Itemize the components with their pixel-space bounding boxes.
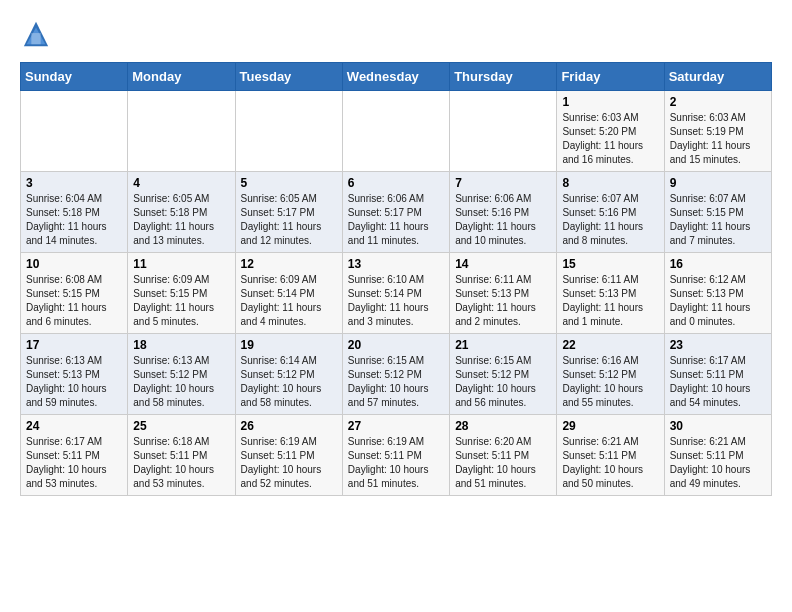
day-info: Sunrise: 6:05 AM Sunset: 5:17 PM Dayligh… (241, 192, 337, 248)
day-number: 6 (348, 176, 444, 190)
calendar-cell (128, 91, 235, 172)
calendar-cell: 22Sunrise: 6:16 AM Sunset: 5:12 PM Dayli… (557, 334, 664, 415)
calendar-table: SundayMondayTuesdayWednesdayThursdayFrid… (20, 62, 772, 496)
day-number: 5 (241, 176, 337, 190)
calendar-cell: 30Sunrise: 6:21 AM Sunset: 5:11 PM Dayli… (664, 415, 771, 496)
day-info: Sunrise: 6:17 AM Sunset: 5:11 PM Dayligh… (26, 435, 122, 491)
calendar-cell: 20Sunrise: 6:15 AM Sunset: 5:12 PM Dayli… (342, 334, 449, 415)
calendar-cell (235, 91, 342, 172)
calendar-cell: 24Sunrise: 6:17 AM Sunset: 5:11 PM Dayli… (21, 415, 128, 496)
calendar-cell: 6Sunrise: 6:06 AM Sunset: 5:17 PM Daylig… (342, 172, 449, 253)
svg-rect-2 (31, 33, 40, 44)
calendar-cell: 11Sunrise: 6:09 AM Sunset: 5:15 PM Dayli… (128, 253, 235, 334)
col-header-tuesday: Tuesday (235, 63, 342, 91)
calendar-cell: 7Sunrise: 6:06 AM Sunset: 5:16 PM Daylig… (450, 172, 557, 253)
day-number: 7 (455, 176, 551, 190)
col-header-thursday: Thursday (450, 63, 557, 91)
calendar-cell: 25Sunrise: 6:18 AM Sunset: 5:11 PM Dayli… (128, 415, 235, 496)
day-number: 30 (670, 419, 766, 433)
day-info: Sunrise: 6:19 AM Sunset: 5:11 PM Dayligh… (348, 435, 444, 491)
day-info: Sunrise: 6:17 AM Sunset: 5:11 PM Dayligh… (670, 354, 766, 410)
calendar-cell: 14Sunrise: 6:11 AM Sunset: 5:13 PM Dayli… (450, 253, 557, 334)
day-info: Sunrise: 6:18 AM Sunset: 5:11 PM Dayligh… (133, 435, 229, 491)
day-number: 2 (670, 95, 766, 109)
calendar-cell: 27Sunrise: 6:19 AM Sunset: 5:11 PM Dayli… (342, 415, 449, 496)
col-header-monday: Monday (128, 63, 235, 91)
day-info: Sunrise: 6:15 AM Sunset: 5:12 PM Dayligh… (348, 354, 444, 410)
calendar-cell: 1Sunrise: 6:03 AM Sunset: 5:20 PM Daylig… (557, 91, 664, 172)
calendar-cell: 9Sunrise: 6:07 AM Sunset: 5:15 PM Daylig… (664, 172, 771, 253)
page-header (20, 20, 772, 52)
day-number: 3 (26, 176, 122, 190)
day-info: Sunrise: 6:19 AM Sunset: 5:11 PM Dayligh… (241, 435, 337, 491)
logo-icon (22, 20, 50, 48)
day-info: Sunrise: 6:06 AM Sunset: 5:17 PM Dayligh… (348, 192, 444, 248)
day-info: Sunrise: 6:03 AM Sunset: 5:20 PM Dayligh… (562, 111, 658, 167)
day-info: Sunrise: 6:07 AM Sunset: 5:16 PM Dayligh… (562, 192, 658, 248)
day-number: 23 (670, 338, 766, 352)
day-number: 22 (562, 338, 658, 352)
day-info: Sunrise: 6:06 AM Sunset: 5:16 PM Dayligh… (455, 192, 551, 248)
day-number: 1 (562, 95, 658, 109)
calendar-cell: 28Sunrise: 6:20 AM Sunset: 5:11 PM Dayli… (450, 415, 557, 496)
calendar-cell (21, 91, 128, 172)
day-info: Sunrise: 6:11 AM Sunset: 5:13 PM Dayligh… (455, 273, 551, 329)
calendar-cell: 18Sunrise: 6:13 AM Sunset: 5:12 PM Dayli… (128, 334, 235, 415)
day-number: 17 (26, 338, 122, 352)
calendar-cell: 13Sunrise: 6:10 AM Sunset: 5:14 PM Dayli… (342, 253, 449, 334)
day-info: Sunrise: 6:11 AM Sunset: 5:13 PM Dayligh… (562, 273, 658, 329)
day-info: Sunrise: 6:13 AM Sunset: 5:12 PM Dayligh… (133, 354, 229, 410)
day-info: Sunrise: 6:09 AM Sunset: 5:14 PM Dayligh… (241, 273, 337, 329)
col-header-saturday: Saturday (664, 63, 771, 91)
calendar-cell: 8Sunrise: 6:07 AM Sunset: 5:16 PM Daylig… (557, 172, 664, 253)
day-info: Sunrise: 6:08 AM Sunset: 5:15 PM Dayligh… (26, 273, 122, 329)
day-info: Sunrise: 6:05 AM Sunset: 5:18 PM Dayligh… (133, 192, 229, 248)
calendar-cell: 3Sunrise: 6:04 AM Sunset: 5:18 PM Daylig… (21, 172, 128, 253)
day-number: 21 (455, 338, 551, 352)
calendar-cell: 10Sunrise: 6:08 AM Sunset: 5:15 PM Dayli… (21, 253, 128, 334)
day-number: 13 (348, 257, 444, 271)
calendar-cell: 5Sunrise: 6:05 AM Sunset: 5:17 PM Daylig… (235, 172, 342, 253)
day-number: 9 (670, 176, 766, 190)
day-number: 15 (562, 257, 658, 271)
day-info: Sunrise: 6:03 AM Sunset: 5:19 PM Dayligh… (670, 111, 766, 167)
calendar-cell: 23Sunrise: 6:17 AM Sunset: 5:11 PM Dayli… (664, 334, 771, 415)
calendar-cell: 4Sunrise: 6:05 AM Sunset: 5:18 PM Daylig… (128, 172, 235, 253)
calendar-cell: 21Sunrise: 6:15 AM Sunset: 5:12 PM Dayli… (450, 334, 557, 415)
day-number: 19 (241, 338, 337, 352)
day-info: Sunrise: 6:09 AM Sunset: 5:15 PM Dayligh… (133, 273, 229, 329)
day-number: 29 (562, 419, 658, 433)
calendar-cell: 19Sunrise: 6:14 AM Sunset: 5:12 PM Dayli… (235, 334, 342, 415)
day-info: Sunrise: 6:13 AM Sunset: 5:13 PM Dayligh… (26, 354, 122, 410)
day-number: 4 (133, 176, 229, 190)
day-number: 12 (241, 257, 337, 271)
day-info: Sunrise: 6:21 AM Sunset: 5:11 PM Dayligh… (562, 435, 658, 491)
day-info: Sunrise: 6:15 AM Sunset: 5:12 PM Dayligh… (455, 354, 551, 410)
calendar-cell: 12Sunrise: 6:09 AM Sunset: 5:14 PM Dayli… (235, 253, 342, 334)
day-info: Sunrise: 6:21 AM Sunset: 5:11 PM Dayligh… (670, 435, 766, 491)
day-number: 24 (26, 419, 122, 433)
col-header-sunday: Sunday (21, 63, 128, 91)
day-info: Sunrise: 6:10 AM Sunset: 5:14 PM Dayligh… (348, 273, 444, 329)
logo (20, 20, 54, 52)
col-header-friday: Friday (557, 63, 664, 91)
calendar-cell: 29Sunrise: 6:21 AM Sunset: 5:11 PM Dayli… (557, 415, 664, 496)
calendar-cell: 17Sunrise: 6:13 AM Sunset: 5:13 PM Dayli… (21, 334, 128, 415)
day-number: 10 (26, 257, 122, 271)
day-number: 25 (133, 419, 229, 433)
day-info: Sunrise: 6:07 AM Sunset: 5:15 PM Dayligh… (670, 192, 766, 248)
day-info: Sunrise: 6:16 AM Sunset: 5:12 PM Dayligh… (562, 354, 658, 410)
calendar-cell: 16Sunrise: 6:12 AM Sunset: 5:13 PM Dayli… (664, 253, 771, 334)
day-number: 14 (455, 257, 551, 271)
day-number: 28 (455, 419, 551, 433)
day-info: Sunrise: 6:04 AM Sunset: 5:18 PM Dayligh… (26, 192, 122, 248)
day-info: Sunrise: 6:20 AM Sunset: 5:11 PM Dayligh… (455, 435, 551, 491)
day-info: Sunrise: 6:12 AM Sunset: 5:13 PM Dayligh… (670, 273, 766, 329)
day-number: 20 (348, 338, 444, 352)
day-number: 11 (133, 257, 229, 271)
calendar-cell (342, 91, 449, 172)
col-header-wednesday: Wednesday (342, 63, 449, 91)
day-number: 16 (670, 257, 766, 271)
day-info: Sunrise: 6:14 AM Sunset: 5:12 PM Dayligh… (241, 354, 337, 410)
calendar-cell (450, 91, 557, 172)
